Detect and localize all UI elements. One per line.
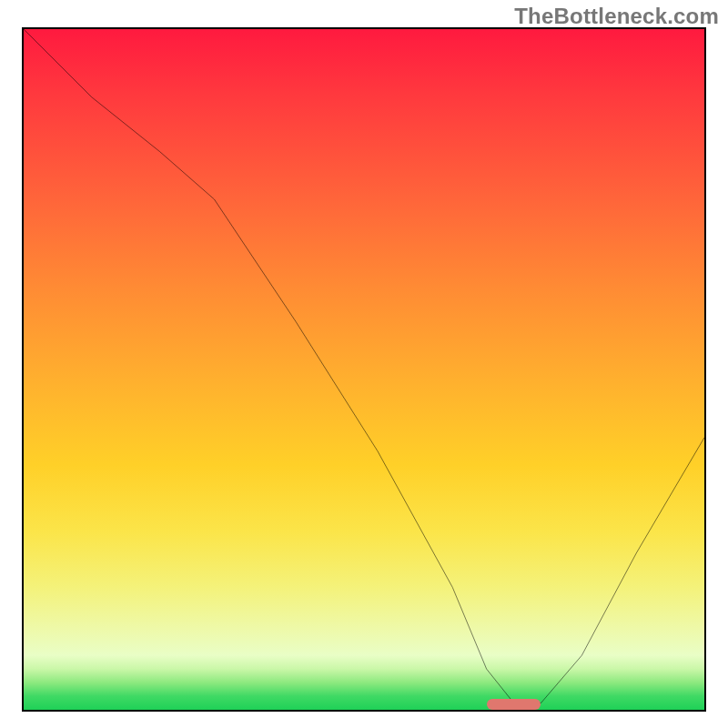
bottleneck-curve xyxy=(24,29,704,710)
curve-path xyxy=(24,29,704,703)
plot-frame xyxy=(22,27,706,712)
optimum-range-marker xyxy=(487,699,541,710)
chart-container: TheBottleneck.com xyxy=(0,0,728,728)
watermark-text: TheBottleneck.com xyxy=(514,4,719,29)
